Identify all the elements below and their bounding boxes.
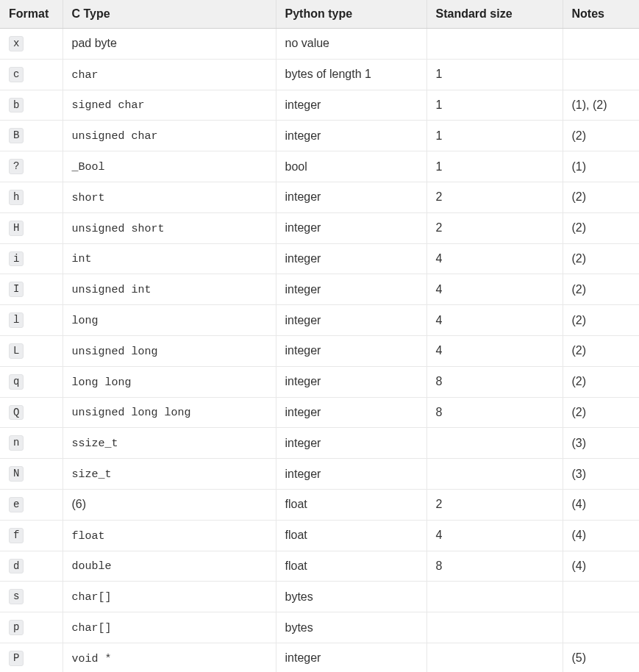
- cell-ctype: long: [63, 305, 276, 336]
- cell-ctype: long long: [63, 366, 276, 397]
- cell-python: integer: [276, 459, 426, 490]
- cell-python: integer: [276, 182, 426, 212]
- cell-notes: (2): [563, 121, 639, 151]
- cell-notes: (2): [563, 397, 639, 428]
- cell-size: 8: [426, 397, 563, 428]
- header-notes: Notes: [563, 0, 639, 29]
- cell-size: 8: [426, 551, 563, 582]
- cell-format: s: [0, 582, 63, 612]
- table-row: ffloatfloat4(4): [0, 520, 639, 551]
- cell-python: integer: [276, 335, 426, 366]
- format-chip: p: [9, 620, 24, 635]
- cell-format: P: [0, 643, 63, 672]
- cell-notes: (2): [563, 182, 639, 212]
- cell-notes: (2): [563, 243, 639, 274]
- format-chip: I: [9, 282, 24, 297]
- cell-size: 4: [426, 274, 563, 305]
- format-chip: L: [9, 343, 24, 359]
- cell-size: [426, 29, 563, 60]
- cell-ctype: ssize_t: [63, 428, 276, 459]
- cell-python: bytes: [276, 612, 426, 643]
- format-chip: x: [9, 36, 24, 51]
- table-row: qlong longinteger8(2): [0, 366, 639, 397]
- cell-notes: [563, 582, 639, 612]
- ctype-text: float: [72, 530, 105, 543]
- format-chip: n: [9, 435, 24, 451]
- cell-size: 4: [426, 335, 563, 366]
- ctype-text: _Bool: [72, 161, 105, 174]
- cell-format: b: [0, 90, 63, 121]
- cell-python: bool: [276, 151, 426, 182]
- cell-python: integer: [276, 121, 426, 151]
- ctype-text: pad byte: [72, 37, 117, 49]
- cell-notes: (4): [563, 520, 639, 551]
- ctype-text: (6): [72, 498, 87, 510]
- ctype-text: int: [72, 253, 92, 265]
- cell-ctype: int: [63, 243, 276, 274]
- ctype-text: unsigned char: [72, 130, 158, 143]
- format-chip: c: [9, 67, 24, 82]
- table-row: Pvoid *integer(5): [0, 643, 639, 672]
- cell-ctype: char[]: [63, 582, 276, 612]
- cell-notes: (3): [563, 428, 639, 459]
- ctype-text: ssize_t: [72, 437, 118, 450]
- cell-ctype: double: [63, 551, 276, 582]
- cell-python: integer: [276, 243, 426, 274]
- table-header: Format C Type Python type Standard size …: [0, 0, 639, 29]
- cell-ctype: pad byte: [63, 29, 276, 60]
- table-row: Lunsigned longinteger4(2): [0, 335, 639, 366]
- cell-ctype: signed char: [63, 90, 276, 121]
- cell-ctype: short: [63, 182, 276, 212]
- table-row: Qunsigned long longinteger8(2): [0, 397, 639, 428]
- cell-size: 1: [426, 90, 563, 121]
- ctype-text: char[]: [72, 591, 112, 604]
- table-row: e(6)float2(4): [0, 489, 639, 520]
- cell-notes: (2): [563, 305, 639, 336]
- cell-format: c: [0, 59, 63, 90]
- table-row: schar[]bytes: [0, 582, 639, 612]
- header-ctype: C Type: [63, 0, 276, 29]
- cell-size: [426, 643, 563, 672]
- cell-size: 1: [426, 121, 563, 151]
- cell-python: bytes: [276, 582, 426, 612]
- cell-python: float: [276, 520, 426, 551]
- cell-size: 1: [426, 59, 563, 90]
- ctype-text: unsigned long: [72, 346, 158, 358]
- cell-notes: (3): [563, 459, 639, 490]
- table-body: xpad byteno valueccharbytes of length 11…: [0, 29, 639, 673]
- format-chip: Q: [9, 405, 24, 421]
- cell-python: float: [276, 489, 426, 520]
- cell-format: q: [0, 366, 63, 397]
- cell-ctype: unsigned int: [63, 274, 276, 305]
- cell-format: I: [0, 274, 63, 305]
- cell-notes: (5): [563, 643, 639, 672]
- format-chip: i: [9, 251, 24, 267]
- cell-format: L: [0, 335, 63, 366]
- table-row: iintinteger4(2): [0, 243, 639, 274]
- cell-ctype: char[]: [63, 612, 276, 643]
- cell-format: B: [0, 121, 63, 151]
- format-chip: N: [9, 466, 24, 482]
- cell-notes: (4): [563, 489, 639, 520]
- cell-python: no value: [276, 29, 426, 60]
- cell-ctype: size_t: [63, 459, 276, 490]
- cell-ctype: char: [63, 59, 276, 90]
- ctype-text: char[]: [72, 622, 112, 635]
- header-size: Standard size: [426, 0, 563, 29]
- cell-size: [426, 582, 563, 612]
- cell-python: integer: [276, 366, 426, 397]
- format-chip: f: [9, 528, 24, 543]
- cell-python: integer: [276, 305, 426, 336]
- ctype-text: long: [72, 315, 99, 327]
- cell-format: p: [0, 612, 63, 643]
- ctype-text: unsigned short: [72, 223, 165, 235]
- cell-size: 2: [426, 182, 563, 212]
- cell-ctype: void *: [63, 643, 276, 672]
- cell-size: 1: [426, 151, 563, 182]
- ctype-text: char: [72, 69, 99, 82]
- cell-ctype: _Bool: [63, 151, 276, 182]
- format-chip: h: [9, 190, 24, 205]
- cell-format: ?: [0, 151, 63, 182]
- cell-notes: (1), (2): [563, 90, 639, 121]
- format-chip: e: [9, 497, 24, 512]
